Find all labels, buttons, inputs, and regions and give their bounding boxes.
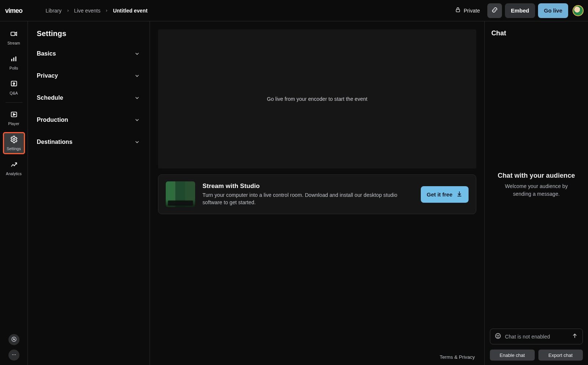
section-label: Production — [37, 117, 68, 123]
svg-text:vimeo: vimeo — [5, 7, 23, 14]
main-stage: Go live from your encoder to start the e… — [150, 21, 484, 365]
download-icon — [456, 191, 463, 198]
bars-icon — [10, 55, 18, 64]
rail-separator — [6, 102, 22, 103]
rail-item-polls[interactable]: Polls — [3, 52, 25, 74]
svg-rect-2 — [11, 32, 15, 35]
chevron-down-icon — [134, 73, 140, 79]
chevron-down-icon — [134, 95, 140, 101]
breadcrumb-library[interactable]: Library — [46, 8, 62, 14]
svg-point-17 — [497, 335, 498, 336]
emoji-icon[interactable] — [495, 333, 501, 340]
chevron-right-icon — [66, 9, 70, 13]
chat-title: Chat — [491, 29, 583, 37]
privacy-label: Private — [464, 8, 480, 14]
question-icon: ? — [10, 80, 18, 89]
svg-rect-1 — [456, 10, 459, 12]
svg-point-13 — [12, 354, 12, 355]
section-schedule[interactable]: Schedule — [36, 89, 143, 107]
stage-placeholder: Go live from your encoder to start the e… — [267, 96, 368, 102]
chat-placeholder: Chat is not enabled — [505, 334, 568, 340]
export-chat-button[interactable]: Export chat — [538, 350, 583, 361]
chevron-down-icon — [134, 117, 140, 123]
send-icon[interactable] — [571, 333, 578, 340]
rail-item-analytics[interactable]: Analytics — [3, 157, 25, 179]
more-button[interactable] — [8, 350, 19, 361]
video-stage: Go live from your encoder to start the e… — [158, 29, 476, 169]
cta-label: Get it free — [427, 191, 452, 198]
svg-rect-3 — [11, 59, 12, 61]
svg-point-10 — [13, 138, 15, 141]
gear-icon — [10, 135, 18, 144]
avatar[interactable] — [573, 5, 584, 16]
enable-chat-button[interactable]: Enable chat — [490, 350, 535, 361]
promo-title: Stream with Studio — [202, 182, 413, 190]
rail-label: Settings — [7, 146, 21, 151]
settings-accordion: Basics Privacy Schedule Production Desti… — [36, 45, 143, 151]
get-studio-button[interactable]: Get it free — [421, 186, 469, 203]
svg-text:?: ? — [13, 82, 15, 86]
page-title: Settings — [37, 29, 143, 38]
settings-panel: Settings Basics Privacy Schedule Product… — [28, 21, 150, 365]
embed-button[interactable]: Embed — [505, 3, 535, 18]
rail-label: Polls — [10, 66, 18, 70]
studio-promo: Stream with Studio Turn your computer in… — [158, 174, 476, 214]
rail-label: Analytics — [6, 171, 22, 176]
svg-rect-4 — [13, 57, 14, 61]
rail-label: Stream — [7, 41, 20, 45]
rail-label: Player — [8, 121, 19, 126]
copy-link-button[interactable] — [487, 3, 502, 18]
vimeo-logo[interactable]: vimeo — [5, 6, 37, 15]
section-label: Destinations — [37, 139, 72, 145]
breadcrumb-live-events[interactable]: Live events — [74, 8, 101, 14]
terms-link[interactable]: Terms & Privacy — [440, 354, 475, 360]
chevron-down-icon — [134, 139, 140, 145]
play-square-icon — [10, 110, 18, 119]
svg-marker-9 — [13, 113, 15, 116]
section-label: Privacy — [37, 72, 58, 79]
studio-thumbnail — [166, 181, 195, 207]
chat-empty-description: Welcome your audience by sending a messa… — [498, 182, 575, 198]
breadcrumb: Library Live events Untitled event — [46, 8, 147, 14]
rail-item-settings[interactable]: Settings — [3, 132, 25, 154]
svg-point-15 — [15, 354, 15, 355]
rail-item-player[interactable]: Player — [3, 107, 25, 129]
promo-description: Turn your computer into a live control r… — [202, 191, 413, 206]
analytics-icon — [10, 160, 18, 169]
chat-input[interactable]: Chat is not enabled — [490, 329, 583, 344]
rail-label: Q&A — [10, 91, 18, 95]
svg-point-14 — [13, 354, 14, 355]
section-destinations[interactable]: Destinations — [36, 133, 143, 151]
privacy-indicator[interactable]: Private — [455, 7, 480, 14]
link-icon — [491, 7, 498, 14]
section-production[interactable]: Production — [36, 111, 143, 129]
left-rail: Stream Polls ? Q&A Player Settings — [0, 21, 28, 365]
go-live-button[interactable]: Go live — [538, 3, 568, 18]
svg-marker-12 — [13, 339, 15, 340]
more-horizontal-icon — [11, 352, 17, 359]
compass-button[interactable] — [8, 334, 19, 345]
rail-item-stream[interactable]: Stream — [3, 26, 25, 49]
chevron-right-icon — [105, 9, 108, 13]
section-privacy[interactable]: Privacy — [36, 67, 143, 85]
camera-icon — [10, 30, 18, 39]
rail-item-qa[interactable]: ? Q&A — [3, 77, 25, 99]
chevron-down-icon — [134, 51, 140, 57]
topbar: vimeo Library Live events Untitled event… — [0, 0, 588, 21]
svg-rect-5 — [15, 57, 16, 61]
svg-point-18 — [499, 335, 499, 336]
breadcrumb-current: Untitled event — [113, 8, 147, 14]
chat-empty-state: Chat with your audience Welcome your aud… — [490, 41, 583, 329]
section-label: Schedule — [37, 95, 63, 101]
chat-panel: Chat Chat with your audience Welcome you… — [484, 21, 588, 365]
lock-icon — [455, 7, 461, 14]
footer: Terms & Privacy — [158, 349, 476, 365]
compass-icon — [11, 336, 17, 343]
svg-point-16 — [495, 333, 501, 339]
section-basics[interactable]: Basics — [36, 45, 143, 63]
chat-empty-title: Chat with your audience — [498, 172, 575, 180]
section-label: Basics — [37, 50, 56, 57]
